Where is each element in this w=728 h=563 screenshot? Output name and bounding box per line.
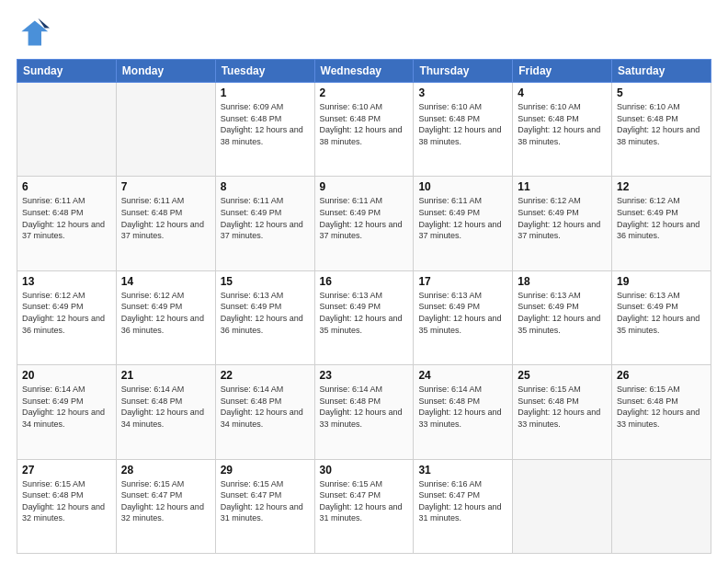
header-cell-wednesday: Wednesday (314, 60, 414, 83)
day-cell: 26Sunrise: 6:15 AM Sunset: 6:48 PM Dayli… (612, 365, 711, 459)
day-cell: 1Sunrise: 6:09 AM Sunset: 6:48 PM Daylig… (215, 83, 314, 177)
day-number: 16 (320, 275, 409, 288)
day-cell (513, 459, 612, 553)
day-cell: 13Sunrise: 6:12 AM Sunset: 6:49 PM Dayli… (17, 270, 117, 364)
day-info: Sunrise: 6:10 AM Sunset: 6:48 PM Dayligh… (418, 101, 507, 147)
day-info: Sunrise: 6:13 AM Sunset: 6:49 PM Dayligh… (518, 290, 607, 336)
day-info: Sunrise: 6:12 AM Sunset: 6:49 PM Dayligh… (121, 290, 210, 336)
day-info: Sunrise: 6:14 AM Sunset: 6:48 PM Dayligh… (221, 384, 310, 430)
day-number: 5 (617, 86, 706, 99)
day-number: 18 (518, 275, 607, 288)
header-cell-monday: Monday (116, 60, 215, 83)
page: SundayMondayTuesdayWednesdayThursdayFrid… (0, 0, 728, 563)
day-cell: 21Sunrise: 6:14 AM Sunset: 6:48 PM Dayli… (116, 365, 215, 459)
day-number: 30 (320, 464, 409, 477)
day-cell (17, 83, 117, 177)
day-info: Sunrise: 6:14 AM Sunset: 6:48 PM Dayligh… (320, 384, 409, 430)
day-cell: 18Sunrise: 6:13 AM Sunset: 6:49 PM Dayli… (513, 270, 612, 364)
day-cell: 5Sunrise: 6:10 AM Sunset: 6:48 PM Daylig… (612, 83, 711, 177)
day-cell: 11Sunrise: 6:12 AM Sunset: 6:49 PM Dayli… (513, 177, 612, 270)
day-info: Sunrise: 6:10 AM Sunset: 6:48 PM Dayligh… (518, 101, 607, 147)
day-cell: 19Sunrise: 6:13 AM Sunset: 6:49 PM Dayli… (612, 270, 711, 364)
day-number: 26 (617, 369, 706, 382)
day-info: Sunrise: 6:14 AM Sunset: 6:49 PM Dayligh… (22, 384, 111, 430)
day-info: Sunrise: 6:14 AM Sunset: 6:48 PM Dayligh… (121, 384, 210, 430)
week-row-3: 20Sunrise: 6:14 AM Sunset: 6:49 PM Dayli… (17, 365, 711, 459)
day-cell: 10Sunrise: 6:11 AM Sunset: 6:49 PM Dayli… (414, 177, 513, 270)
header-cell-saturday: Saturday (612, 60, 711, 83)
day-cell: 6Sunrise: 6:11 AM Sunset: 6:48 PM Daylig… (17, 177, 117, 270)
day-cell: 30Sunrise: 6:15 AM Sunset: 6:47 PM Dayli… (314, 459, 414, 553)
day-number: 24 (418, 369, 507, 382)
calendar-header: SundayMondayTuesdayWednesdayThursdayFrid… (17, 60, 711, 83)
header (17, 17, 711, 50)
day-info: Sunrise: 6:12 AM Sunset: 6:49 PM Dayligh… (22, 290, 111, 336)
day-cell: 2Sunrise: 6:10 AM Sunset: 6:48 PM Daylig… (314, 83, 414, 177)
day-number: 29 (221, 464, 310, 477)
day-number: 25 (518, 369, 607, 382)
calendar-body: 1Sunrise: 6:09 AM Sunset: 6:48 PM Daylig… (17, 83, 711, 554)
day-cell: 27Sunrise: 6:15 AM Sunset: 6:48 PM Dayli… (17, 459, 117, 553)
day-info: Sunrise: 6:15 AM Sunset: 6:48 PM Dayligh… (617, 384, 706, 430)
day-number: 15 (221, 275, 310, 288)
day-number: 12 (617, 180, 706, 193)
header-cell-thursday: Thursday (414, 60, 513, 83)
day-info: Sunrise: 6:15 AM Sunset: 6:48 PM Dayligh… (22, 478, 111, 524)
day-info: Sunrise: 6:13 AM Sunset: 6:49 PM Dayligh… (320, 290, 409, 336)
week-row-0: 1Sunrise: 6:09 AM Sunset: 6:48 PM Daylig… (17, 83, 711, 177)
day-number: 9 (320, 180, 409, 193)
day-cell: 22Sunrise: 6:14 AM Sunset: 6:48 PM Dayli… (215, 365, 314, 459)
day-cell: 31Sunrise: 6:16 AM Sunset: 6:47 PM Dayli… (414, 459, 513, 553)
day-number: 1 (221, 86, 310, 99)
header-cell-friday: Friday (513, 60, 612, 83)
day-number: 2 (320, 86, 409, 99)
day-number: 27 (22, 464, 111, 477)
day-info: Sunrise: 6:13 AM Sunset: 6:49 PM Dayligh… (418, 290, 507, 336)
day-info: Sunrise: 6:10 AM Sunset: 6:48 PM Dayligh… (320, 101, 409, 147)
day-info: Sunrise: 6:13 AM Sunset: 6:49 PM Dayligh… (221, 290, 310, 336)
day-cell: 3Sunrise: 6:10 AM Sunset: 6:48 PM Daylig… (414, 83, 513, 177)
day-number: 28 (121, 464, 210, 477)
day-cell: 12Sunrise: 6:12 AM Sunset: 6:49 PM Dayli… (612, 177, 711, 270)
header-cell-tuesday: Tuesday (215, 60, 314, 83)
day-info: Sunrise: 6:11 AM Sunset: 6:49 PM Dayligh… (320, 195, 409, 241)
day-cell: 9Sunrise: 6:11 AM Sunset: 6:49 PM Daylig… (314, 177, 414, 270)
day-number: 13 (22, 275, 111, 288)
day-info: Sunrise: 6:09 AM Sunset: 6:48 PM Dayligh… (221, 101, 310, 147)
day-info: Sunrise: 6:12 AM Sunset: 6:49 PM Dayligh… (617, 195, 706, 241)
day-number: 3 (418, 86, 507, 99)
day-number: 4 (518, 86, 607, 99)
day-cell (116, 83, 215, 177)
day-number: 11 (518, 180, 607, 193)
day-number: 14 (121, 275, 210, 288)
day-info: Sunrise: 6:14 AM Sunset: 6:48 PM Dayligh… (418, 384, 507, 430)
day-number: 8 (221, 180, 310, 193)
day-info: Sunrise: 6:13 AM Sunset: 6:49 PM Dayligh… (617, 290, 706, 336)
day-info: Sunrise: 6:15 AM Sunset: 6:48 PM Dayligh… (518, 384, 607, 430)
day-info: Sunrise: 6:11 AM Sunset: 6:49 PM Dayligh… (418, 195, 507, 241)
day-number: 10 (418, 180, 507, 193)
day-cell: 14Sunrise: 6:12 AM Sunset: 6:49 PM Dayli… (116, 270, 215, 364)
day-info: Sunrise: 6:12 AM Sunset: 6:49 PM Dayligh… (518, 195, 607, 241)
day-info: Sunrise: 6:15 AM Sunset: 6:47 PM Dayligh… (121, 478, 210, 524)
day-info: Sunrise: 6:15 AM Sunset: 6:47 PM Dayligh… (320, 478, 409, 524)
day-info: Sunrise: 6:16 AM Sunset: 6:47 PM Dayligh… (418, 478, 507, 524)
day-cell: 25Sunrise: 6:15 AM Sunset: 6:48 PM Dayli… (513, 365, 612, 459)
day-cell: 8Sunrise: 6:11 AM Sunset: 6:49 PM Daylig… (215, 177, 314, 270)
day-cell: 20Sunrise: 6:14 AM Sunset: 6:49 PM Dayli… (17, 365, 117, 459)
week-row-4: 27Sunrise: 6:15 AM Sunset: 6:48 PM Dayli… (17, 459, 711, 553)
logo-icon (17, 17, 50, 50)
day-cell: 15Sunrise: 6:13 AM Sunset: 6:49 PM Dayli… (215, 270, 314, 364)
week-row-1: 6Sunrise: 6:11 AM Sunset: 6:48 PM Daylig… (17, 177, 711, 270)
day-cell: 23Sunrise: 6:14 AM Sunset: 6:48 PM Dayli… (314, 365, 414, 459)
day-number: 6 (22, 180, 111, 193)
day-cell: 16Sunrise: 6:13 AM Sunset: 6:49 PM Dayli… (314, 270, 414, 364)
day-cell: 28Sunrise: 6:15 AM Sunset: 6:47 PM Dayli… (116, 459, 215, 553)
calendar-table: SundayMondayTuesdayWednesdayThursdayFrid… (17, 59, 711, 554)
day-number: 20 (22, 369, 111, 382)
header-row: SundayMondayTuesdayWednesdayThursdayFrid… (17, 60, 711, 83)
day-info: Sunrise: 6:11 AM Sunset: 6:49 PM Dayligh… (221, 195, 310, 241)
day-number: 23 (320, 369, 409, 382)
day-cell: 17Sunrise: 6:13 AM Sunset: 6:49 PM Dayli… (414, 270, 513, 364)
day-info: Sunrise: 6:10 AM Sunset: 6:48 PM Dayligh… (617, 101, 706, 147)
